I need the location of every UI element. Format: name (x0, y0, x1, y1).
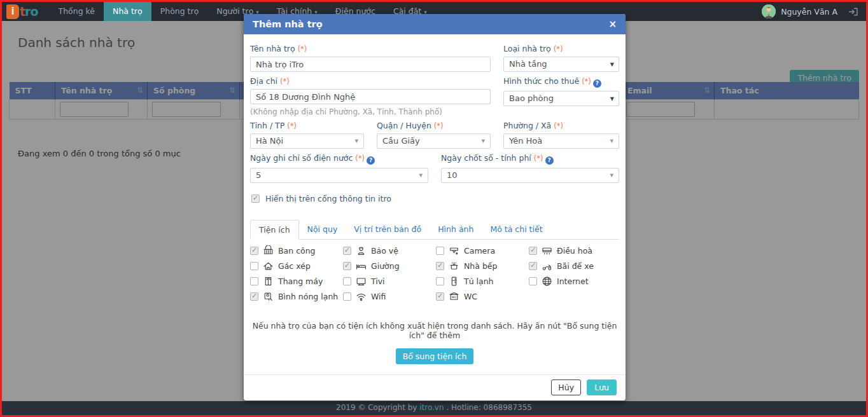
amenity-item-1[interactable]: Bảo vệ (343, 245, 433, 256)
chevron-down-icon: ▾ (354, 134, 358, 148)
tab-0[interactable]: Tiện ích (250, 220, 299, 240)
address-label: Địa chỉ (*) (250, 76, 491, 86)
house-type-label: Loại nhà trọ (*) (503, 44, 619, 53)
tab-1[interactable]: Nội quy (299, 220, 346, 239)
amenity-label: Tivi (371, 277, 385, 286)
user-name[interactable]: Nguyễn Văn A (781, 7, 837, 17)
attic-icon (263, 261, 274, 271)
amenity-label: Giường (371, 261, 400, 271)
amenity-item-2[interactable]: Camera (436, 245, 526, 256)
amenity-note: Nếu nhà trọ của bạn có tiện ích không xu… (250, 321, 619, 340)
help-icon[interactable]: ? (367, 156, 375, 165)
amenity-checkbox[interactable] (250, 262, 258, 270)
amenity-checkbox[interactable] (343, 262, 351, 270)
district-label: Quận / Huyện (*) (377, 121, 491, 130)
amenity-checkbox[interactable] (436, 262, 444, 270)
amenity-label: Camera (464, 246, 495, 256)
parking-icon (542, 261, 552, 271)
modal-title: Thêm nhà trọ (253, 19, 323, 29)
amenity-item-10[interactable]: Tủ lạnh (436, 276, 526, 287)
meter-reading-day-select[interactable]: 5▾ (250, 168, 428, 183)
modal-body: Tên nhà trọ (*) Loại nhà trọ (*) Nhà tần… (244, 34, 626, 364)
amenity-checkbox[interactable] (436, 292, 444, 301)
rental-form-select[interactable]: Bao phòng▼ (503, 91, 619, 106)
amenity-checkbox[interactable] (250, 277, 258, 285)
save-button[interactable]: Lưu (587, 379, 617, 395)
tab-2[interactable]: Vị trí trên bản đồ (346, 220, 430, 239)
modal-tabs: Tiện íchNội quyVị trí trên bản đồHình ản… (250, 220, 619, 240)
help-icon[interactable]: ? (545, 156, 554, 165)
house-name-label: Tên nhà trọ (*) (250, 44, 491, 53)
amenity-label: Wifi (371, 292, 386, 301)
amenity-label: Bãi để xe (557, 261, 594, 271)
brand-text-t: t (20, 4, 25, 18)
close-icon[interactable]: × (608, 20, 617, 29)
billing-day-select[interactable]: 10▾ (441, 168, 619, 183)
chevron-down-icon: ▼ (610, 92, 614, 106)
amenity-label: Điều hoà (557, 246, 592, 256)
amenity-checkbox[interactable] (343, 277, 351, 285)
amenity-item-14[interactable]: wcWC (436, 291, 526, 302)
app-frame: itro Thống kêNhà trọPhòng trọNgười trọ▾T… (0, 0, 868, 417)
portal-checkbox[interactable] (251, 195, 260, 203)
amenity-item-5[interactable]: Giường (343, 261, 433, 271)
province-label: Tỉnh / TP (*) (250, 121, 364, 130)
nav-item-2[interactable]: Phòng trọ (151, 2, 208, 21)
amenity-checkbox[interactable] (436, 277, 444, 285)
nav-item-0[interactable]: Thống kê (50, 2, 104, 21)
nav-item-1[interactable]: Nhà trọ (104, 2, 151, 21)
avatar[interactable] (762, 4, 776, 18)
water-heater-icon (263, 291, 274, 302)
amenity-item-11[interactable]: Internet (529, 276, 619, 287)
chevron-down-icon: ▼ (610, 57, 614, 72)
amenity-item-12[interactable]: Bình nóng lạnh (250, 291, 340, 302)
brand-door-icon: i (6, 4, 19, 19)
help-icon[interactable]: ? (593, 79, 601, 88)
nav-user-area: Nguyễn Văn A (762, 2, 866, 21)
wifi-icon (356, 291, 367, 302)
amenity-checkbox[interactable] (436, 247, 444, 255)
amenity-label: Bình nóng lạnh (278, 292, 338, 301)
billing-day-label: Ngày chốt số - tính phí (*)? (441, 153, 619, 165)
amenity-checkbox[interactable] (343, 247, 351, 255)
footer-link[interactable]: itro.vn (419, 403, 444, 412)
add-house-modal: Thêm nhà trọ × Tên nhà trọ (*) Loại nhà … (244, 14, 626, 400)
amenity-label: Thang máy (278, 277, 323, 286)
amenity-item-3[interactable]: Điều hoà (529, 245, 619, 256)
kitchen-icon (449, 261, 459, 271)
chevron-down-icon: ▾ (610, 134, 613, 148)
ward-select[interactable]: Yên Hoà▾ (503, 133, 619, 149)
add-amenity-button[interactable]: Bổ sung tiện ích (396, 348, 474, 364)
house-name-input[interactable] (250, 57, 491, 72)
amenity-checkbox[interactable] (250, 247, 258, 255)
amenity-item-6[interactable]: Nhà bếp (436, 261, 526, 271)
amenity-item-0[interactable]: Ban công (250, 245, 340, 256)
brand-logo[interactable]: itro (2, 2, 45, 21)
tab-3[interactable]: Hình ảnh (430, 220, 482, 239)
amenity-item-7[interactable]: Bãi để xe (529, 261, 619, 271)
amenity-item-13[interactable]: Wifi (343, 291, 433, 302)
amenity-checkbox[interactable] (529, 262, 537, 270)
logout-icon[interactable] (848, 6, 858, 17)
amenity-label: Gác xép (278, 261, 311, 271)
camera-icon (449, 245, 459, 256)
amenity-checkbox[interactable] (250, 292, 258, 301)
house-type-select[interactable]: Nhà tầng▼ (503, 57, 619, 72)
svg-text:wc: wc (452, 295, 457, 299)
amenity-checkbox[interactable] (529, 277, 537, 285)
amenity-checkbox[interactable] (529, 247, 537, 255)
address-input[interactable] (250, 89, 491, 104)
amenity-item-8[interactable]: Thang máy (250, 276, 340, 287)
portal-checkbox-label: Hiển thị trên cổng thông tin itro (265, 194, 391, 203)
tv-icon (356, 276, 367, 287)
amenity-item-9[interactable]: Tivi (343, 276, 433, 287)
amenity-item-4[interactable]: Gác xép (250, 261, 340, 271)
cancel-button[interactable]: Hủy (551, 379, 581, 395)
tab-4[interactable]: Mô tả chi tiết (482, 220, 550, 239)
district-select[interactable]: Cầu Giấy▾ (377, 133, 491, 149)
amenity-label: Nhà bếp (464, 261, 497, 271)
amenity-checkbox[interactable] (343, 292, 351, 301)
wc-icon: wc (449, 291, 459, 302)
province-select[interactable]: Hà Nội▾ (250, 133, 364, 149)
ward-label: Phường / Xã (*) (503, 121, 619, 130)
